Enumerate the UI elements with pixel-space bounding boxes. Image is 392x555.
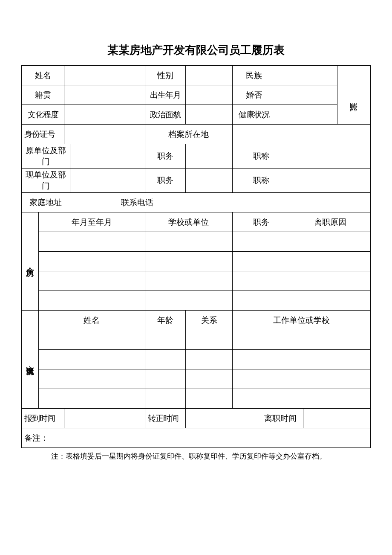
label-native-place: 籍贯 [22,85,64,105]
field-politics[interactable] [185,105,232,125]
field-regular-time[interactable] [185,409,258,428]
label-leave-time: 离职时间 [258,409,303,428]
label-name: 姓名 [22,66,64,85]
photo-box[interactable]: 照片 [337,66,370,125]
resume-row[interactable] [145,271,232,291]
label-current-title: 职称 [233,169,290,193]
family-row[interactable] [233,350,371,369]
label-resume: 个人简历 [22,212,39,311]
resume-row[interactable] [290,291,371,311]
resume-row[interactable] [233,232,290,252]
field-archive-loc[interactable] [233,125,371,144]
family-row[interactable] [185,330,232,350]
family-row[interactable] [233,330,371,350]
resume-row[interactable] [290,271,371,291]
resume-row[interactable] [39,252,145,271]
field-current-unit[interactable] [70,169,145,193]
family-row[interactable] [185,389,232,409]
row-home-phone[interactable]: 家庭地址 联系电话 [22,193,371,212]
resume-row[interactable] [233,291,290,311]
field-married[interactable] [275,85,337,105]
family-row[interactable] [185,350,232,369]
resume-row[interactable] [145,252,232,271]
label-archive-loc: 档案所在地 [145,125,232,144]
family-row[interactable] [145,369,185,389]
resume-row[interactable] [233,252,290,271]
field-native-place[interactable] [64,85,145,105]
resume-row[interactable] [145,232,232,252]
resume-row[interactable] [39,291,145,311]
field-ethnicity[interactable] [275,66,337,85]
resume-h-period: 年月至年月 [39,212,145,232]
label-former-title: 职称 [233,144,290,169]
field-id-number[interactable] [64,125,145,144]
label-current-unit: 现单位及部门 [22,169,70,193]
label-ethnicity: 民族 [233,66,275,85]
resume-h-position: 职务 [233,212,290,232]
field-gender[interactable] [185,66,232,85]
label-gender: 性别 [145,66,185,85]
label-photo: 照片 [348,96,359,98]
family-h-name: 姓名 [39,311,145,330]
resume-row[interactable] [290,252,371,271]
resume-form-table: 姓名 性别 民族 照片 籍贯 出生年月 婚否 文化程度 政治面貌 健康状况 身份… [21,65,371,448]
field-former-unit[interactable] [70,144,145,169]
resume-row[interactable] [39,271,145,291]
resume-h-school: 学校或单位 [145,212,232,232]
label-politics: 政治面貌 [145,105,185,125]
field-name[interactable] [64,66,145,85]
field-current-title[interactable] [290,169,371,193]
label-former-position: 职务 [145,144,185,169]
family-h-age: 年龄 [145,311,185,330]
label-report-time: 报到时间 [22,409,64,428]
label-home-addr: 家庭地址 [24,197,67,208]
label-current-position: 职务 [145,169,185,193]
family-row[interactable] [185,369,232,389]
label-married: 婚否 [233,85,275,105]
family-row[interactable] [39,330,145,350]
family-h-work: 工作单位或学校 [233,311,371,330]
family-row[interactable] [145,330,185,350]
family-row[interactable] [233,369,371,389]
label-id-number: 身份证号 [22,125,64,144]
field-health[interactable] [275,105,337,125]
family-h-relation: 关系 [185,311,232,330]
label-former-unit: 原单位及部门 [22,144,70,169]
resume-row[interactable] [290,232,371,252]
label-birth: 出生年月 [145,85,185,105]
family-row[interactable] [145,350,185,369]
field-former-title[interactable] [290,144,371,169]
family-row[interactable] [145,389,185,409]
footnote: 注：表格填妥后一星期内将身份证复印件、职称复印件、学历复印件等交办公室存档。 [21,451,371,461]
label-remark[interactable]: 备注： [22,428,371,448]
resume-row[interactable] [39,232,145,252]
family-row[interactable] [39,389,145,409]
family-row[interactable] [39,369,145,389]
label-education: 文化程度 [22,105,64,125]
resume-h-leave: 离职原因 [290,212,371,232]
label-regular-time: 转正时间 [145,409,185,428]
field-birth[interactable] [185,85,232,105]
family-row[interactable] [39,350,145,369]
label-phone: 联系电话 [69,197,205,208]
label-family: 家庭情况 [22,311,39,409]
page-title: 某某房地产开发有限公司员工履历表 [21,43,371,58]
field-report-time[interactable] [64,409,145,428]
label-health: 健康状况 [233,105,275,125]
field-current-position[interactable] [185,169,232,193]
resume-row[interactable] [145,291,232,311]
field-education[interactable] [64,105,145,125]
resume-row[interactable] [233,271,290,291]
field-former-position[interactable] [185,144,232,169]
family-row[interactable] [233,389,371,409]
field-leave-time[interactable] [303,409,370,428]
